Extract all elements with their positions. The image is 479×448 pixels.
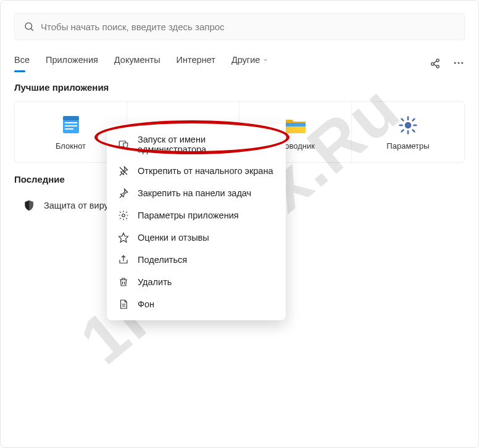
more-icon[interactable]: [452, 57, 465, 69]
recent-item-label: Защита от виру: [44, 201, 109, 210]
menu-label: Закрепить на панели задач: [138, 188, 251, 198]
svg-point-0: [25, 23, 32, 30]
svg-rect-14: [65, 128, 73, 130]
menu-pin-taskbar[interactable]: Закрепить на панели задач: [107, 182, 286, 204]
svg-rect-13: [65, 125, 77, 127]
svg-point-7: [454, 62, 456, 64]
tab-apps[interactable]: Приложения: [46, 55, 98, 71]
menu-label: Фон: [138, 299, 154, 309]
notepad-icon: [60, 114, 82, 136]
svg-point-16: [406, 123, 410, 128]
menu-label: Запуск от имени администратора: [138, 135, 275, 154]
app-label: Параметры: [386, 141, 429, 151]
menu-label: Открепить от начального экрана: [138, 166, 273, 176]
tab-web[interactable]: Интернет: [177, 55, 215, 71]
search-input[interactable]: [41, 22, 456, 32]
star-icon: [118, 232, 129, 243]
chevron-down-icon: [262, 57, 269, 63]
search-box[interactable]: [14, 13, 465, 40]
context-menu: Запуск от имени администратора Открепить…: [107, 124, 286, 320]
menu-label: Поделиться: [138, 255, 187, 265]
menu-label: Удалить: [138, 277, 172, 287]
document-icon: [118, 299, 129, 310]
tab-all[interactable]: Все: [14, 55, 30, 71]
svg-line-1: [31, 28, 33, 30]
menu-label: Параметры приложения: [138, 210, 239, 220]
search-icon: [23, 21, 35, 32]
tab-more[interactable]: Другие: [231, 55, 269, 71]
svg-rect-15: [286, 123, 306, 127]
trash-icon: [118, 276, 129, 288]
menu-background[interactable]: Фон: [107, 293, 286, 315]
tab-row: Все Приложения Документы Интернет Другие: [1, 40, 478, 71]
svg-line-6: [434, 65, 437, 67]
menu-reviews[interactable]: Оценки и отзывы: [107, 226, 286, 249]
app-label: Блокнот: [56, 141, 86, 151]
pin-icon: [118, 188, 129, 199]
svg-line-5: [434, 61, 437, 64]
shield-icon: [23, 199, 35, 212]
tab-actions: [429, 57, 465, 69]
section-best-apps-title: Лучшие приложения: [1, 71, 478, 93]
unpin-icon: [118, 165, 129, 176]
menu-label: Оценки и отзывы: [138, 233, 209, 243]
share-icon[interactable]: [429, 57, 441, 69]
svg-rect-11: [63, 116, 79, 120]
svg-marker-20: [119, 233, 128, 243]
tab-more-label: Другие: [231, 55, 260, 65]
folder-icon: [285, 114, 307, 136]
share-arrow-icon: [118, 254, 129, 265]
menu-unpin-start[interactable]: Открепить от начального экрана: [107, 160, 286, 182]
svg-rect-12: [65, 122, 77, 123]
settings-icon: [118, 210, 129, 221]
gear-icon: [397, 114, 419, 136]
svg-point-19: [122, 214, 125, 217]
admin-shield-icon: [118, 139, 129, 150]
menu-share[interactable]: Поделиться: [107, 249, 286, 271]
svg-point-8: [458, 62, 460, 64]
menu-delete[interactable]: Удалить: [107, 271, 286, 293]
app-settings[interactable]: Параметры: [352, 102, 464, 162]
menu-run-as-admin[interactable]: Запуск от имени администратора: [107, 129, 286, 160]
menu-app-settings[interactable]: Параметры приложения: [107, 204, 286, 226]
tab-docs[interactable]: Документы: [114, 55, 160, 71]
svg-point-9: [461, 62, 463, 64]
